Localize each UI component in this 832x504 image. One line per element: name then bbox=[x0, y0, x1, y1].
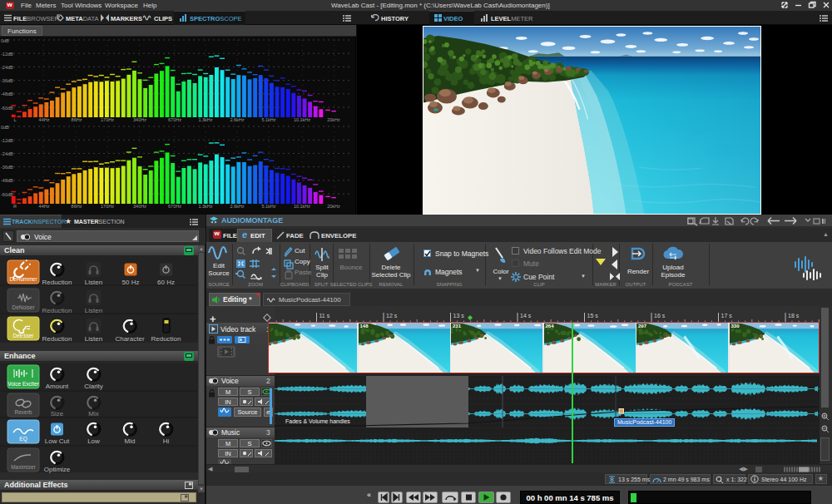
svg-text:Maximizer: Maximizer bbox=[11, 464, 36, 470]
svg-text:-24dB: -24dB bbox=[1, 65, 13, 70]
svg-text:-36dB: -36dB bbox=[1, 165, 13, 170]
svg-text:-60dB: -60dB bbox=[1, 192, 13, 197]
svg-text:0dB: 0dB bbox=[1, 38, 9, 43]
svg-text:-24dB: -24dB bbox=[1, 151, 13, 156]
svg-text:EQ: EQ bbox=[19, 436, 27, 442]
svg-text:16 s: 16 s bbox=[654, 313, 666, 319]
svg-text:11 s: 11 s bbox=[319, 313, 330, 319]
svg-text:Voice Exciter: Voice Exciter bbox=[7, 381, 39, 387]
svg-text:14 s: 14 s bbox=[520, 313, 532, 319]
svg-text:-12dB: -12dB bbox=[1, 52, 13, 57]
svg-text:18 s: 18 s bbox=[788, 313, 800, 319]
svg-text:0dB: 0dB bbox=[1, 125, 9, 130]
svg-text:-48dB: -48dB bbox=[1, 91, 13, 96]
svg-text:17 s: 17 s bbox=[721, 313, 733, 319]
svg-text:12 s: 12 s bbox=[386, 313, 398, 319]
svg-text:-36dB: -36dB bbox=[1, 78, 13, 83]
svg-text:DeNoiser: DeNoiser bbox=[12, 304, 35, 310]
svg-text:Reverb: Reverb bbox=[15, 409, 32, 415]
svg-text:-48dB: -48dB bbox=[1, 178, 13, 183]
svg-text:DeHummer: DeHummer bbox=[9, 276, 37, 282]
svg-text:-12dB: -12dB bbox=[1, 138, 13, 143]
svg-text:15 s: 15 s bbox=[587, 313, 599, 319]
svg-text:13 s: 13 s bbox=[453, 313, 465, 319]
svg-text:DeEsser: DeEsser bbox=[13, 333, 35, 338]
